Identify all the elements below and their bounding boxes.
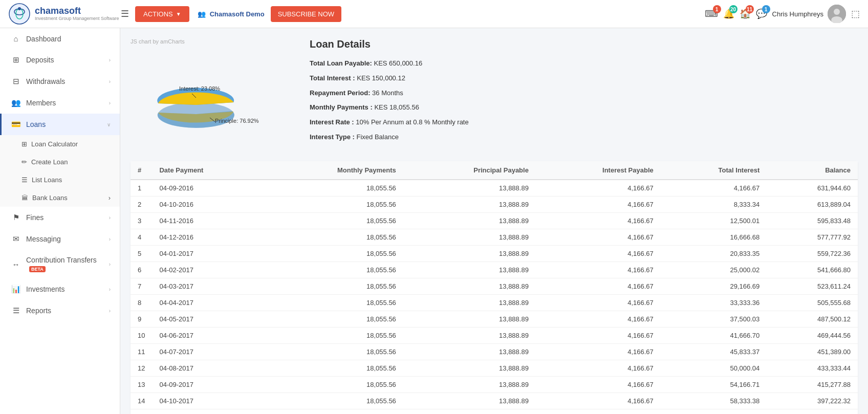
- chevron-right-icon: ›: [109, 308, 111, 314]
- table-cell: 613,889.04: [767, 197, 858, 213]
- table-cell: 4,166.67: [536, 278, 661, 295]
- svg-point-5: [834, 9, 840, 15]
- table-cell: 379,166.76: [767, 409, 858, 415]
- interest-label: Interest: 23.08%: [179, 85, 220, 92]
- table-cell: 4,166.67: [536, 180, 661, 197]
- actions-button[interactable]: ACTIONS ▼: [135, 6, 189, 22]
- table-row: 1404-10-201718,055.5613,888.894,166.6758…: [131, 393, 858, 409]
- col-date: Date Payment: [152, 161, 264, 180]
- sidebar-item-label: Members: [26, 99, 104, 107]
- sidebar-sub-bank-loans[interactable]: 🏛 Bank Loans ›: [0, 189, 120, 207]
- table-cell: 4,166.67: [536, 328, 661, 344]
- logo-icon: [8, 3, 31, 25]
- loan-detail-interest-type: Interest Type : Fixed Balance: [310, 132, 858, 143]
- keyboard-notification[interactable]: ⌨ 1: [705, 8, 718, 19]
- table-cell: 04-09-2016: [152, 180, 264, 197]
- table-row: 304-11-201618,055.5613,888.894,166.6712,…: [131, 213, 858, 229]
- table-cell: 4,166.67: [661, 180, 767, 197]
- loans-icon: 💳: [11, 120, 21, 129]
- pie-chart: Interest: 23.08% Principle: 76.92%: [131, 49, 264, 151]
- table-cell: 13,888.89: [403, 278, 536, 295]
- sidebar-item-messaging[interactable]: ✉ Messaging ›: [0, 228, 120, 250]
- table-cell: 13,888.89: [403, 328, 536, 344]
- table-cell: 4,166.67: [536, 409, 661, 415]
- table-cell: 18,055.56: [264, 328, 403, 344]
- user-area[interactable]: Chris Humphreys: [772, 5, 846, 23]
- loan-details-title: Loan Details: [310, 38, 858, 50]
- table-cell: 04-04-2017: [152, 295, 264, 311]
- table-cell: 13: [131, 377, 152, 393]
- sidebar-item-investments[interactable]: 📊 Investments ›: [0, 278, 120, 300]
- table-cell: 13,888.89: [403, 262, 536, 278]
- sidebar-item-fines[interactable]: ⚑ Fines ›: [0, 207, 120, 228]
- sidebar-item-withdrawals[interactable]: ⊟ Withdrawals ›: [0, 71, 120, 92]
- table-cell: 16,666.68: [661, 229, 767, 246]
- chevron-right-icon: ›: [109, 262, 111, 267]
- sidebar-item-label: Messaging: [26, 235, 104, 243]
- transfer-icon: ↔: [11, 260, 21, 269]
- sidebar: ⌂ Dashboard ⊞ Deposits › ⊟ Withdrawals ›…: [0, 28, 120, 414]
- table-cell: 1: [131, 180, 152, 197]
- sidebar-sub-loan-calculator[interactable]: ⊞ Loan Calculator: [0, 135, 120, 153]
- table-cell: 12: [131, 360, 152, 377]
- table-cell: 7: [131, 278, 152, 295]
- repayment-table: # Date Payment Monthly Payments Principa…: [131, 161, 858, 414]
- sidebar-item-loans[interactable]: 💳 Loans ∨: [0, 114, 120, 135]
- sidebar-item-members[interactable]: 👥 Members ›: [0, 92, 120, 114]
- bell-notification[interactable]: 🔔 20: [723, 8, 734, 19]
- avatar: [828, 5, 846, 23]
- sidebar-item-reports[interactable]: ☰ Reports ›: [0, 300, 120, 321]
- table-cell: 18,055.56: [264, 344, 403, 360]
- logo-text: chamasoft Investment Group Management So…: [35, 6, 119, 21]
- table-cell: 18,055.56: [264, 311, 403, 328]
- table-cell: 415,277.88: [767, 377, 858, 393]
- sidebar-item-dashboard[interactable]: ⌂ Dashboard: [0, 28, 120, 49]
- table-cell: 595,833.48: [767, 213, 858, 229]
- sidebar-item-contribution-transfers[interactable]: ↔ Contribution Transfers BETA ›: [0, 250, 120, 278]
- table-cell: 13,888.89: [403, 377, 536, 393]
- chevron-right-icon: ›: [109, 215, 111, 221]
- table-cell: 18,055.56: [264, 278, 403, 295]
- table-cell: 04-08-2017: [152, 360, 264, 377]
- subscribe-button[interactable]: SUBSCRIBE NOW: [271, 6, 342, 22]
- chart-source: JS chart by amCharts: [131, 38, 294, 45]
- table-row: 104-09-201618,055.5613,888.894,166.674,1…: [131, 180, 858, 197]
- home-notification[interactable]: 🏠 11: [740, 8, 751, 19]
- sidebar-item-label: Fines: [26, 213, 104, 222]
- table-cell: 29,166.69: [661, 278, 767, 295]
- chevron-right-icon: ›: [109, 79, 111, 84]
- table-cell: 45,833.37: [661, 344, 767, 360]
- table-cell: 4,166.67: [536, 311, 661, 328]
- table-cell: 4,166.67: [536, 393, 661, 409]
- top-section: JS chart by amCharts: [131, 38, 858, 151]
- members-icon: 👥: [11, 98, 21, 107]
- beta-badge: BETA: [29, 266, 46, 272]
- sidebar-item-deposits[interactable]: ⊞ Deposits ›: [0, 49, 120, 71]
- sidebar-sub-list-loans[interactable]: ☰ List Loans: [0, 171, 120, 189]
- table-body: 104-09-201618,055.5613,888.894,166.674,1…: [131, 180, 858, 414]
- table-header: # Date Payment Monthly Payments Principa…: [131, 161, 858, 180]
- message-notification[interactable]: 💬 1: [756, 8, 767, 19]
- sidebar-sub-label: Loan Calculator: [31, 140, 78, 148]
- loan-detail-total-interest: Total Interest : KES 150,000.12: [310, 73, 858, 84]
- table-cell: 04-10-2016: [152, 197, 264, 213]
- hamburger-icon[interactable]: ☰: [121, 8, 129, 19]
- table-cell: 523,611.24: [767, 278, 858, 295]
- table-cell: 04-09-2017: [152, 377, 264, 393]
- table-cell: 04-02-2017: [152, 262, 264, 278]
- table-cell: 4,166.67: [536, 262, 661, 278]
- withdrawals-icon: ⊟: [11, 77, 21, 86]
- signout-icon[interactable]: ⬚: [851, 8, 860, 19]
- demo-label: Chamasoft Demo: [210, 10, 265, 18]
- table-row: 1204-08-201718,055.5613,888.894,166.6750…: [131, 360, 858, 377]
- fines-icon: ⚑: [11, 213, 21, 222]
- chevron-right-icon: ›: [109, 287, 111, 292]
- sidebar-sub-label: Create Loan: [31, 158, 68, 166]
- table-cell: 4,166.67: [536, 295, 661, 311]
- table-cell: 4,166.67: [536, 377, 661, 393]
- col-monthly: Monthly Payments: [264, 161, 403, 180]
- sidebar-item-label: Reports: [26, 307, 104, 315]
- table-cell: 54,166.71: [661, 377, 767, 393]
- sidebar-sub-create-loan[interactable]: ✏ Create Loan: [0, 153, 120, 171]
- table-cell: 4,166.67: [536, 213, 661, 229]
